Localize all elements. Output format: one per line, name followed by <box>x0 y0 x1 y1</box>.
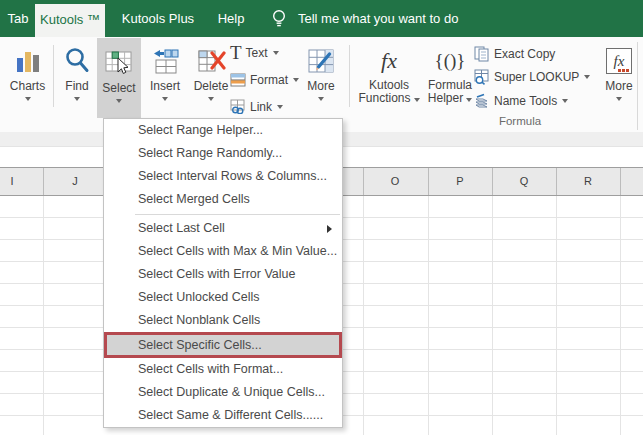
group-separator <box>53 45 54 107</box>
menu-item-select-merged-cells[interactable]: Select Merged Cells <box>104 188 342 211</box>
magnifier-icon <box>63 44 91 78</box>
chevron-down-icon <box>562 99 568 103</box>
header-separator <box>363 168 364 195</box>
grid-column-line <box>43 196 44 435</box>
header-separator <box>620 168 621 195</box>
chevron-down-icon <box>293 78 299 82</box>
charts-label: Charts <box>10 79 45 93</box>
kutools-functions-label: Kutools Functions <box>358 79 419 105</box>
ellipsis-dots-icon <box>618 69 629 72</box>
chevron-down-icon <box>466 98 472 102</box>
delete-button[interactable]: Delete <box>188 44 234 101</box>
exact-copy-label: Exact Copy <box>494 47 555 61</box>
format-icon <box>230 73 246 87</box>
formula-group-label: Formula <box>460 115 580 127</box>
grid-column-line <box>363 196 364 435</box>
insert-cells-icon <box>151 44 179 78</box>
kutools-functions-button[interactable]: fx Kutools Functions <box>358 44 420 105</box>
header-separator <box>556 168 557 195</box>
charts-button[interactable]: Charts <box>4 44 51 101</box>
column-header-j[interactable]: J <box>60 168 90 195</box>
column-header-o[interactable]: O <box>380 168 410 195</box>
formula-helper-label: Formula Helper <box>428 79 472 105</box>
insert-button[interactable]: Insert <box>143 44 187 101</box>
excel-window: Tab Kutools ™ Kutools Plus Help Tell me … <box>0 0 643 435</box>
chevron-down-icon <box>74 97 80 101</box>
header-separator <box>492 168 493 195</box>
column-header-r[interactable]: R <box>573 168 603 195</box>
fx-more-icon: fx <box>606 44 632 78</box>
chevron-down-icon <box>208 97 214 101</box>
copy-icon <box>474 46 490 62</box>
select-dropdown-menu: Select Range Helper... Select Range Rand… <box>103 118 343 428</box>
format-menu-button[interactable]: Format <box>230 70 299 89</box>
menu-item-select-last-cell[interactable]: Select Last Cell <box>104 217 342 240</box>
braces-icon: {()} <box>435 50 466 72</box>
menu-item-select-cells-max-min[interactable]: Select Cells with Max & Min Value... <box>104 240 342 263</box>
lookup-icon <box>474 69 490 85</box>
menu-item-select-range-helper[interactable]: Select Range Helper... <box>104 119 342 142</box>
tell-me-box[interactable]: Tell me what you want to do <box>298 0 458 37</box>
chevron-down-icon <box>273 51 279 55</box>
more-tools-label: More <box>307 79 334 93</box>
more-formula-button[interactable]: fx More <box>596 44 642 101</box>
menu-item-select-cells-error-value[interactable]: Select Cells with Error Value <box>104 263 342 286</box>
more-tools-button[interactable]: More <box>300 44 342 101</box>
link-label: Link <box>250 100 272 114</box>
edit-grid-icon <box>306 44 336 78</box>
submenu-arrow-icon <box>327 225 332 233</box>
chevron-down-icon <box>25 97 31 101</box>
tab-item-help[interactable]: Help <box>206 0 256 37</box>
chevron-down-icon <box>584 75 590 79</box>
delete-label: Delete <box>194 79 229 93</box>
link-menu-button[interactable]: Link <box>230 97 283 116</box>
menu-item-select-duplicate-unique-cells[interactable]: Select Duplicate & Unique Cells... <box>104 381 342 404</box>
grid-column-line <box>428 196 429 435</box>
exact-copy-button[interactable]: Exact Copy <box>474 44 555 63</box>
more-formula-label: More <box>605 79 632 93</box>
menu-item-select-unlocked-cells[interactable]: Select Unlocked Cells <box>104 286 342 309</box>
menu-item-select-same-different-cells[interactable]: Select Same & Different Cells...... <box>104 404 342 427</box>
super-lookup-button[interactable]: Super LOOKUP <box>474 67 590 86</box>
chevron-down-icon <box>116 99 122 103</box>
tab-item-tab[interactable]: Tab <box>3 0 33 37</box>
chevron-down-icon <box>277 105 283 109</box>
grid-column-line <box>620 196 621 435</box>
chevron-down-icon <box>318 97 324 101</box>
group-separator <box>349 45 350 107</box>
name-tools-icon <box>474 93 490 109</box>
grid-column-line <box>556 196 557 435</box>
menu-item-select-specific-cells[interactable]: Select Specific Cells... <box>104 332 342 358</box>
find-button[interactable]: Find <box>57 44 97 101</box>
charts-icon <box>14 44 42 78</box>
lightbulb-icon <box>271 9 287 29</box>
format-label: Format <box>250 73 288 87</box>
column-header-i[interactable]: I <box>0 168 27 195</box>
menu-item-select-cells-with-format[interactable]: Select Cells with Format... <box>104 358 342 381</box>
formula-helper-button[interactable]: {()} Formula Helper <box>422 44 478 105</box>
column-header-p[interactable]: P <box>445 168 475 195</box>
menu-item-select-range-randomly[interactable]: Select Range Randomly... <box>104 142 342 165</box>
ribbon-tab-bar: Tab Kutools ™ Kutools Plus Help Tell me … <box>0 0 643 37</box>
insert-label: Insert <box>150 79 180 93</box>
super-lookup-label: Super LOOKUP <box>494 70 579 84</box>
text-menu-button[interactable]: T Text <box>230 43 279 62</box>
header-separator <box>43 168 44 195</box>
delete-cells-icon <box>196 44 226 78</box>
text-icon: T <box>230 42 242 64</box>
column-header-q[interactable]: Q <box>509 168 539 195</box>
tab-item-kutools[interactable]: Kutools ™ <box>35 4 105 37</box>
menu-item-select-nonblank-cells[interactable]: Select Nonblank Cells <box>104 309 342 332</box>
select-label: Select <box>102 81 135 95</box>
header-separator <box>428 168 429 195</box>
select-button[interactable]: Select <box>97 38 141 118</box>
chevron-down-icon <box>162 97 168 101</box>
grid-column-line <box>492 196 493 435</box>
find-label: Find <box>65 79 88 93</box>
select-cells-icon <box>104 46 134 80</box>
name-tools-button[interactable]: Name Tools <box>474 91 568 110</box>
menu-item-select-interval-rows-columns[interactable]: Select Interval Rows & Columns... <box>104 165 342 188</box>
text-label: Text <box>246 46 268 60</box>
tab-item-kutools-plus[interactable]: Kutools Plus <box>113 0 203 37</box>
chevron-down-icon <box>616 97 622 101</box>
